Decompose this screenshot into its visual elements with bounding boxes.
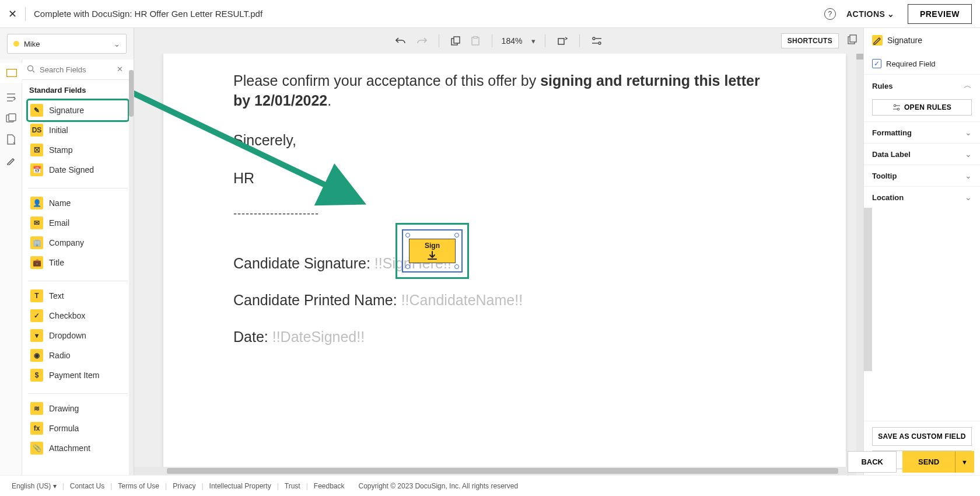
field-dropdown[interactable]: ▾ Dropdown	[28, 326, 128, 345]
drawing-icon: ≋	[30, 402, 43, 415]
shortcuts-button[interactable]: SHORTCUTS	[781, 33, 839, 48]
field-date-signed[interactable]: 📅 Date Signed	[28, 160, 128, 180]
field-email[interactable]: ✉ Email	[28, 213, 128, 233]
chevron-down-icon: ⌄	[965, 128, 972, 137]
paste-button[interactable]	[468, 35, 482, 47]
back-button[interactable]: BACK	[848, 451, 897, 473]
footer-link[interactable]: Contact Us	[70, 482, 104, 490]
field-formula[interactable]: fx Formula	[28, 418, 128, 438]
rail-fields-icon[interactable]	[0, 63, 22, 83]
location-section[interactable]: Location ⌄	[864, 186, 980, 208]
canvas-body[interactable]: Please confirm your acceptance of this o…	[134, 54, 863, 475]
main-area: Mike ⌄	[0, 28, 980, 475]
field-label: Company	[49, 238, 84, 247]
redo-button[interactable]	[414, 35, 429, 47]
separator	[28, 281, 128, 281]
calendar-icon: 📅	[30, 163, 43, 176]
action-bar: BACK SEND ▼	[848, 451, 974, 473]
person-icon: 👤	[30, 197, 43, 209]
preview-button[interactable]: PREVIEW	[908, 4, 972, 24]
right-panel: Signature ✓ Required Field Rules ︿ OPEN …	[863, 28, 980, 475]
rail-document-icon[interactable]	[5, 133, 18, 146]
rail-edit-icon[interactable]	[5, 154, 18, 167]
payment-icon: $	[30, 369, 43, 382]
formatting-section[interactable]: Formatting ⌄	[864, 121, 980, 143]
language-selector[interactable]: English (US) ▾	[12, 482, 57, 490]
canvas-hscroll[interactable]	[134, 467, 856, 475]
field-label: Attachment	[49, 443, 90, 453]
field-label: Dropdown	[49, 331, 86, 340]
svg-rect-0	[6, 69, 16, 77]
send-button[interactable]: SEND	[902, 451, 955, 473]
signature-tag[interactable]: Sign	[396, 223, 469, 279]
required-checkbox[interactable]: ✓	[872, 59, 881, 68]
tooltip-section[interactable]: Tooltip ⌄	[864, 165, 980, 186]
send-dropdown[interactable]: ▼	[955, 451, 974, 473]
zoom-control[interactable]: 184% ▾	[502, 36, 536, 46]
rail-custom-icon[interactable]	[5, 112, 18, 125]
field-attachment[interactable]: 📎 Attachment	[28, 438, 128, 458]
rail-prefill-icon[interactable]	[5, 91, 18, 104]
field-title[interactable]: 💼 Title	[28, 253, 128, 273]
right-scrollbar[interactable]	[864, 208, 872, 371]
footer: English (US) ▾ | Contact Us| Terms of Us…	[0, 475, 980, 496]
footer-link[interactable]: Feedback	[314, 482, 345, 490]
rotate-button[interactable]	[555, 35, 570, 47]
required-field-row[interactable]: ✓ Required Field	[864, 53, 980, 74]
resize-handle[interactable]	[454, 264, 459, 269]
field-drawing[interactable]: ≋ Drawing	[28, 399, 128, 418]
svg-point-3	[28, 66, 33, 71]
field-payment[interactable]: $ Payment Item	[28, 365, 128, 385]
canvas-toolbar: 184% ▾ SHORTCUTS	[134, 28, 863, 54]
field-name[interactable]: 👤 Name	[28, 193, 128, 213]
doc-sigline: ---------------------	[233, 208, 776, 220]
footer-link[interactable]: Trust	[285, 482, 300, 490]
resize-handle[interactable]	[405, 233, 410, 237]
fields-scrollbar[interactable]	[129, 70, 134, 475]
open-rules-button[interactable]: OPEN RULES	[872, 99, 972, 116]
field-stamp[interactable]: ☒ Stamp	[28, 140, 128, 160]
resize-handle[interactable]	[454, 233, 459, 237]
svg-line-4	[33, 71, 34, 72]
svg-rect-2	[9, 114, 16, 121]
resize-handle[interactable]	[405, 264, 410, 269]
svg-point-19	[897, 108, 900, 110]
rules-section[interactable]: Rules ︿	[864, 74, 980, 97]
field-company[interactable]: 🏢 Company	[28, 233, 128, 253]
field-initial[interactable]: DS Initial	[28, 120, 128, 140]
footer-link[interactable]: Intellectual Property	[209, 482, 271, 490]
sign-tag-label: Sign	[425, 242, 440, 250]
copy-button[interactable]	[449, 35, 463, 47]
document-page[interactable]: Please confirm your acceptance of this o…	[163, 54, 846, 475]
data-label-section[interactable]: Data Label ⌄	[864, 143, 980, 165]
copyright: Copyright © 2023 DocuSign, Inc. All righ…	[359, 482, 519, 490]
attachment-icon: 📎	[30, 442, 43, 455]
required-label: Required Field	[886, 60, 936, 68]
canvas-vscroll[interactable]	[856, 54, 863, 467]
right-title: Signature	[887, 36, 922, 45]
footer-link[interactable]: Privacy	[173, 482, 195, 490]
standard-fields-header: Standard Fields	[22, 80, 134, 100]
svg-point-10	[593, 37, 595, 40]
field-checkbox[interactable]: ✓ Checkbox	[28, 306, 128, 326]
chevron-up-icon: ︿	[964, 81, 972, 91]
field-signature[interactable]: ✎ Signature	[28, 100, 128, 120]
left-icon-rail	[0, 60, 22, 475]
chevron-down-icon: ⌄	[114, 40, 120, 48]
svg-point-18	[894, 104, 896, 107]
actions-menu[interactable]: ACTIONS ⌄	[846, 9, 895, 19]
settings-button[interactable]	[589, 35, 604, 47]
save-custom-field-button[interactable]: SAVE AS CUSTOM FIELD	[872, 427, 972, 446]
help-icon[interactable]: ?	[824, 8, 836, 20]
footer-link[interactable]: Terms of Use	[118, 482, 159, 490]
field-text[interactable]: T Text	[28, 286, 128, 306]
stamp-icon: ☒	[30, 144, 43, 156]
clear-search-icon[interactable]: ✕	[117, 65, 123, 74]
field-label: Title	[49, 258, 64, 267]
field-radio[interactable]: ◉ Radio	[28, 345, 128, 365]
pages-icon[interactable]	[847, 34, 858, 44]
doc-hr: HR	[233, 170, 776, 187]
undo-button[interactable]	[393, 35, 408, 47]
recipient-dropdown[interactable]: Mike ⌄	[7, 34, 127, 54]
close-button[interactable]: ✕	[8, 8, 25, 20]
